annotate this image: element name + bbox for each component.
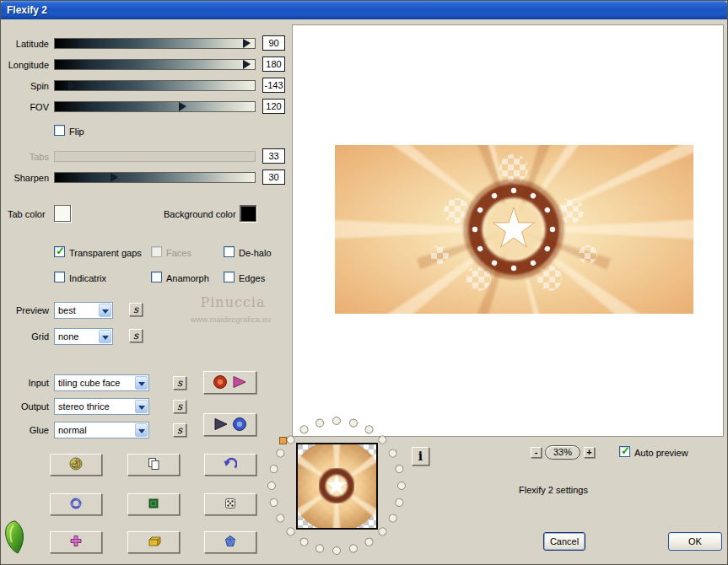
longitude-value-field[interactable]: 180 [262, 56, 285, 72]
input-combo-label: Input [1, 378, 49, 388]
cancel-button[interactable]: Cancel [543, 532, 585, 551]
preview-image[interactable] [335, 145, 693, 314]
auto-preview-label: Auto preview [634, 448, 688, 458]
blue-gem-icon [224, 535, 237, 550]
latitude-label: Latitude [1, 39, 49, 49]
spin-row: Spin -143 [1, 80, 292, 95]
sharpen-slider[interactable] [54, 172, 256, 183]
preview-select-value: best [58, 305, 76, 315]
de-halo-checkbox[interactable] [224, 246, 235, 257]
flip-checkbox[interactable] [54, 125, 65, 136]
glue-action-button[interactable] [203, 413, 256, 436]
longitude-row: Longitude 180 [1, 59, 292, 74]
input-chevron-down-icon[interactable] [135, 376, 148, 390]
indicatrix-checkbox[interactable] [54, 272, 65, 282]
sharpen-slider-marker[interactable] [111, 173, 118, 182]
preview-chevron-down-icon[interactable] [99, 304, 111, 317]
fov-value-field[interactable]: 120 [262, 99, 285, 114]
latitude-slider[interactable] [54, 38, 256, 49]
undo-arrow-icon [224, 457, 237, 472]
faces-label: Faces [166, 248, 191, 258]
green-square-icon [147, 497, 160, 512]
watermark-line1: Pinuccia [174, 294, 292, 310]
tabs-value-field[interactable]: 33 [262, 148, 285, 164]
auto-preview-checkbox[interactable]: ✓ [619, 446, 630, 457]
green-square-button[interactable] [127, 493, 180, 515]
glue-select[interactable]: normal [54, 422, 149, 439]
fov-slider[interactable] [54, 101, 256, 112]
glue-combo-label: Glue [1, 425, 49, 435]
ring-button[interactable] [50, 493, 102, 515]
fov-slider-marker[interactable] [179, 102, 186, 111]
titlebar[interactable]: Flexify 2 [1, 1, 727, 19]
green-gem-icon[interactable] [2, 520, 27, 557]
background-color-swatch[interactable] [240, 205, 256, 222]
latitude-slider-marker[interactable] [243, 39, 251, 48]
output-select-value: stereo thrice [58, 401, 110, 412]
shell-button[interactable] [50, 454, 102, 476]
sharpen-value-field[interactable]: 30 [262, 170, 285, 185]
de-halo-label: De-halo [239, 248, 272, 258]
play-blue-disc-icon [212, 416, 249, 434]
undo-button[interactable] [204, 454, 256, 476]
tab-color-swatch[interactable] [54, 205, 71, 222]
anamorph-label: Anamorph [166, 273, 209, 283]
anamorph-checkbox[interactable] [151, 272, 162, 282]
glue-s-button[interactable]: s [173, 423, 186, 437]
fov-row: FOV 120 [1, 101, 292, 116]
grid-select[interactable]: none [54, 328, 113, 345]
longitude-slider[interactable] [54, 59, 256, 70]
shell-icon [68, 457, 84, 472]
latitude-row: Latitude 90 [1, 38, 292, 53]
input-select-value: tiling cube face [58, 378, 120, 388]
zoom-out-button[interactable]: - [531, 447, 542, 458]
sharpen-row: Sharpen 30 [1, 172, 292, 187]
ok-button[interactable]: OK [668, 532, 722, 551]
transparent-gaps-checkbox[interactable]: ✓ [54, 246, 65, 257]
preview-canvas[interactable] [292, 24, 724, 437]
gem-button[interactable] [204, 531, 256, 553]
dice-icon [224, 497, 237, 512]
latitude-value-field[interactable]: 90 [262, 35, 285, 51]
yellow-brick-icon [147, 535, 161, 550]
pink-cross-button[interactable] [50, 531, 102, 553]
longitude-slider-marker[interactable] [243, 60, 251, 69]
brick-button[interactable] [127, 531, 180, 553]
dice-button[interactable] [204, 493, 256, 515]
tabs-row: Tabs 33 [1, 151, 292, 166]
input-s-button[interactable]: s [173, 376, 186, 390]
grid-select-value: none [58, 331, 78, 342]
edges-checkbox[interactable] [224, 272, 235, 282]
copy-icon [147, 457, 161, 472]
grid-chevron-down-icon[interactable] [99, 330, 111, 343]
transparent-gaps-check-mark: ✓ [56, 245, 65, 257]
spin-slider-marker[interactable] [68, 81, 76, 90]
tabs-slider [54, 151, 256, 162]
copy-button[interactable] [127, 454, 180, 476]
output-chevron-down-icon[interactable] [135, 400, 148, 413]
info-button[interactable]: i [412, 447, 429, 465]
spin-value-field[interactable]: -143 [262, 78, 285, 93]
preview-s-button[interactable]: s [129, 303, 143, 316]
settings-status-text: Flexify 2 settings [469, 485, 638, 495]
sharpen-label: Sharpen [1, 173, 49, 183]
output-s-button[interactable]: s [173, 400, 186, 413]
fov-label: FOV [1, 102, 49, 112]
faces-checkbox [151, 246, 162, 257]
output-select[interactable]: stereo thrice [54, 398, 149, 415]
zoom-level: 33% [545, 445, 580, 460]
thumbnail-preview[interactable] [296, 443, 378, 530]
longitude-label: Longitude [1, 60, 49, 70]
input-select[interactable]: tiling cube face [54, 374, 149, 391]
flip-label: Flip [69, 126, 84, 137]
grid-s-button[interactable]: s [129, 329, 143, 342]
input-action-button[interactable] [203, 371, 256, 394]
spin-slider[interactable] [54, 80, 256, 91]
preview-select[interactable]: best [54, 302, 113, 319]
red-disc-play-icon [212, 374, 249, 392]
glue-chevron-down-icon[interactable] [135, 423, 148, 437]
glue-select-value: normal [58, 425, 87, 435]
window-title: Flexify 2 [7, 4, 47, 16]
flexify-window: Flexify 2 Latitude 90 Longitude 180 Spin… [0, 0, 728, 565]
zoom-in-button[interactable]: + [584, 447, 595, 458]
